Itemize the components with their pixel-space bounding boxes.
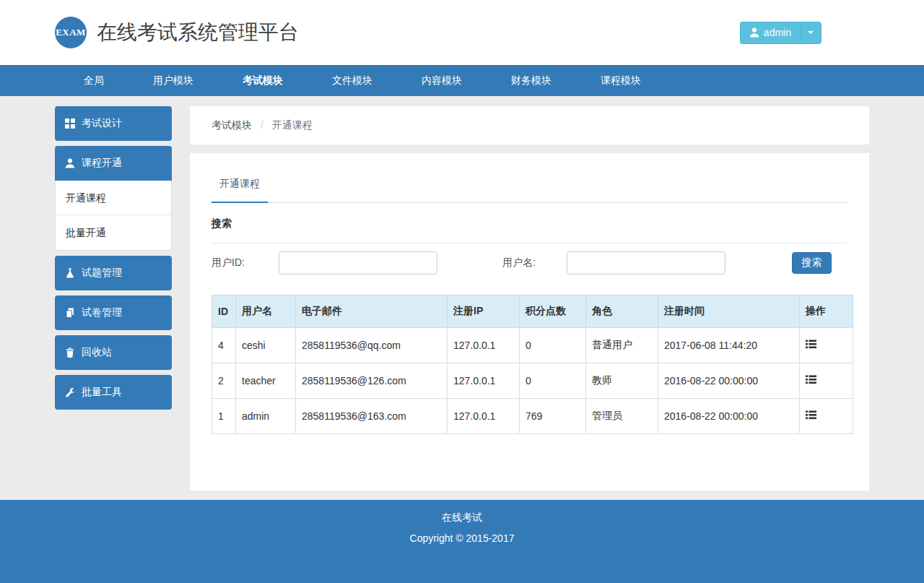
footer-site-name: 在线考试	[0, 511, 924, 524]
user-menu-button[interactable]: admin	[740, 22, 800, 44]
nav-item-content-module[interactable]: 内容模块	[397, 65, 487, 96]
username-input[interactable]	[567, 251, 725, 275]
sidebar-item-paper-management[interactable]: 试卷管理	[55, 295, 172, 330]
sidebar-subitem-open-course[interactable]: 开通课程	[56, 181, 171, 215]
caret-down-icon	[808, 31, 814, 34]
col-points: 积分点数	[520, 295, 586, 328]
nav-item-course-module[interactable]: 课程模块	[576, 65, 666, 96]
table-row: 4 ceshi 2858119536@qq.com 127.0.0.1 0 普通…	[212, 328, 853, 363]
app-title: 在线考试系统管理平台	[97, 19, 299, 46]
cell-email: 2858119536@qq.com	[296, 328, 448, 363]
sidebar-item-recycle-bin[interactable]: 回收站	[55, 335, 172, 370]
row-actions-icon[interactable]	[806, 410, 816, 420]
sidebar-item-label: 考试设计	[82, 117, 122, 130]
wrench-icon	[65, 387, 75, 397]
copy-icon	[65, 308, 75, 318]
user-icon	[749, 27, 759, 38]
trash-icon	[65, 347, 75, 358]
sidebar-group-course-open: 课程开通 开通课程 批量开通	[55, 146, 172, 251]
nav-item-user-module[interactable]: 用户模块	[128, 65, 218, 96]
cell-username: teacher	[236, 363, 296, 399]
col-username: 用户名	[236, 295, 296, 328]
user-id-label: 用户ID:	[212, 256, 245, 269]
main-panel: 开通课程 搜索 用户ID: 用户名: 搜索 ID 用户名	[190, 153, 869, 491]
cell-id: 1	[212, 399, 236, 434]
cell-points: 769	[520, 399, 586, 434]
cell-register-ip: 127.0.0.1	[448, 328, 520, 363]
col-actions: 操作	[800, 295, 853, 328]
flask-icon	[65, 268, 75, 278]
nav-item-exam-module[interactable]: 考试模块	[218, 65, 308, 96]
sidebar-item-label: 试题管理	[82, 267, 122, 280]
tab-open-course[interactable]: 开通课程	[212, 178, 268, 203]
divider	[212, 243, 847, 243]
nav-item-file-module[interactable]: 文件模块	[308, 65, 397, 96]
cell-points: 0	[520, 328, 586, 363]
grid-icon	[65, 118, 75, 129]
sidebar-item-question-management[interactable]: 试题管理	[55, 256, 172, 290]
users-table: ID 用户名 电子邮件 注册IP 积分点数 角色 注册时间 操作 4 ceshi	[212, 295, 853, 434]
cell-email: 2858119536@163.com	[296, 399, 448, 434]
user-icon	[65, 158, 75, 168]
sidebar-item-batch-tools[interactable]: 批量工具	[55, 375, 172, 410]
col-register-ip: 注册IP	[448, 295, 520, 328]
breadcrumb-current: 开通课程	[272, 119, 313, 131]
nav-item-finance-module[interactable]: 财务模块	[487, 65, 576, 96]
breadcrumb: 考试模块 / 开通课程	[190, 106, 869, 144]
cell-points: 0	[520, 363, 586, 399]
footer-copyright: Copyright © 2015-2017	[0, 532, 924, 544]
cell-id: 4	[212, 328, 236, 363]
user-id-input[interactable]	[279, 251, 437, 275]
cell-role: 教师	[586, 363, 658, 399]
col-role: 角色	[586, 295, 658, 328]
cell-register-time: 2017-06-08 11:44:20	[658, 328, 800, 363]
page-header: EXAM 在线考试系统管理平台 admin	[0, 0, 924, 65]
col-email: 电子邮件	[296, 295, 448, 328]
user-menu-caret-button[interactable]	[800, 22, 821, 44]
search-form: 用户ID: 用户名: 搜索	[212, 251, 847, 275]
row-actions-icon[interactable]	[806, 340, 816, 349]
main-navbar: 全局 用户模块 考试模块 文件模块 内容模块 财务模块 课程模块	[0, 65, 924, 96]
cell-username: admin	[236, 399, 296, 434]
row-actions-icon[interactable]	[806, 375, 816, 384]
cell-role: 普通用户	[586, 328, 658, 363]
nav-item-global[interactable]: 全局	[59, 65, 128, 96]
tab-bar: 开通课程	[212, 177, 847, 203]
table-row: 1 admin 2858119536@163.com 127.0.0.1 769…	[212, 399, 853, 434]
main-column: 考试模块 / 开通课程 开通课程 搜索 用户ID: 用户名: 搜索	[190, 106, 869, 491]
sidebar-subitem-batch-open[interactable]: 批量开通	[56, 215, 171, 250]
sidebar-item-exam-design[interactable]: 考试设计	[55, 106, 172, 141]
sidebar-item-label: 课程开通	[82, 157, 122, 170]
cell-role: 管理员	[586, 399, 658, 434]
cell-register-time: 2016-08-22 00:00:00	[658, 399, 800, 434]
page-footer: 在线考试 Copyright © 2015-2017	[0, 500, 924, 583]
col-id: ID	[212, 295, 236, 328]
cell-username: ceshi	[236, 328, 296, 363]
sidebar-item-label: 回收站	[82, 346, 112, 359]
cell-register-time: 2016-08-22 00:00:00	[658, 363, 800, 399]
search-section-title: 搜索	[212, 217, 847, 230]
user-menu-label: admin	[764, 27, 791, 38]
table-header-row: ID 用户名 电子邮件 注册IP 积分点数 角色 注册时间 操作	[212, 295, 853, 328]
breadcrumb-separator: /	[255, 119, 269, 131]
sidebar-item-label: 批量工具	[82, 386, 122, 399]
app-logo: EXAM	[55, 17, 87, 48]
col-register-time: 注册时间	[658, 295, 800, 328]
cell-email: 2858119536@126.com	[296, 363, 448, 399]
cell-register-ip: 127.0.0.1	[448, 399, 520, 434]
sidebar-item-label: 试卷管理	[82, 306, 122, 319]
sidebar-item-course-open[interactable]: 课程开通	[55, 146, 172, 181]
breadcrumb-section[interactable]: 考试模块	[212, 119, 252, 131]
cell-id: 2	[212, 363, 236, 399]
table-row: 2 teacher 2858119536@126.com 127.0.0.1 0…	[212, 363, 853, 399]
search-button[interactable]: 搜索	[792, 252, 832, 274]
sidebar: 考试设计 课程开通 开通课程 批量开通 试题管理	[55, 106, 172, 415]
user-menu: admin	[740, 22, 821, 44]
app-logo-text: EXAM	[56, 27, 86, 38]
username-label: 用户名:	[502, 256, 536, 269]
sidebar-submenu: 开通课程 批量开通	[55, 181, 172, 251]
cell-register-ip: 127.0.0.1	[448, 363, 520, 399]
